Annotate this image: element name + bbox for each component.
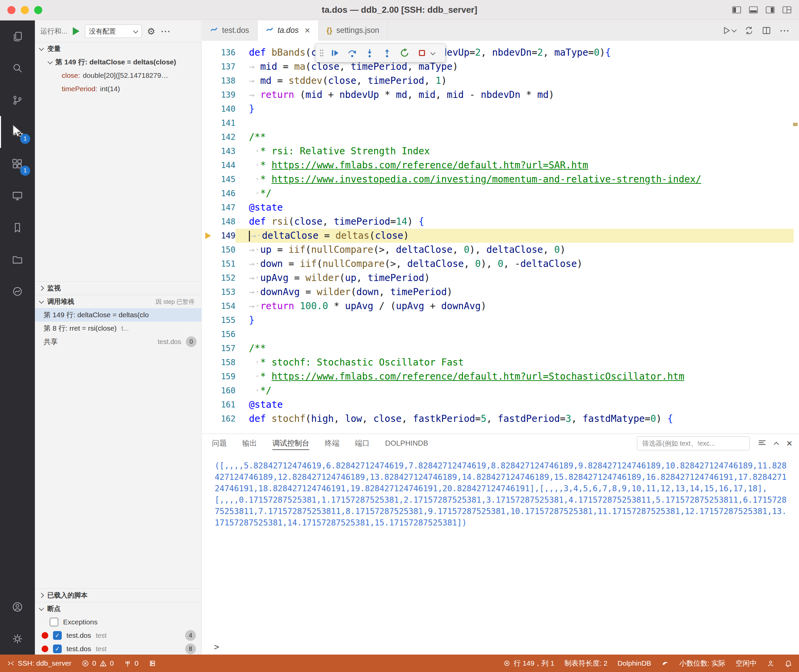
customize-layout-icon[interactable]: [782, 6, 792, 14]
activity-folders-icon[interactable]: [0, 243, 35, 275]
line-number[interactable]: 138: [216, 74, 235, 88]
activity-explorer-icon[interactable]: [0, 21, 35, 52]
code-line[interactable]: 149→·deltaClose = deltas(close): [202, 229, 799, 243]
toggle-primary-sidebar-icon[interactable]: [732, 6, 741, 14]
code-line[interactable]: 159 ·* https://www.fmlabs.com/reference/…: [202, 370, 799, 384]
tab-size-indicator[interactable]: 制表符长度: 2: [565, 659, 607, 668]
code-line[interactable]: 162def stochf(high, low, close, fastkPer…: [202, 412, 799, 426]
step-out-button[interactable]: [379, 46, 395, 60]
glyph-margin[interactable]: [202, 370, 216, 384]
line-number[interactable]: 136: [216, 46, 235, 60]
line-number[interactable]: 137: [216, 60, 235, 74]
line-number[interactable]: 149: [216, 229, 235, 243]
glyph-margin[interactable]: [202, 384, 216, 398]
code-line[interactable]: 143 ·* rsi: Relative Strength Index: [202, 144, 799, 158]
configure-gear-icon[interactable]: ⚙: [147, 26, 155, 37]
line-number[interactable]: 158: [216, 355, 235, 370]
line-number[interactable]: 143: [216, 144, 235, 158]
glyph-margin[interactable]: [202, 60, 216, 74]
glyph-margin[interactable]: [202, 285, 216, 299]
line-number[interactable]: 155: [216, 313, 235, 327]
tab-test.dos[interactable]: test.dos: [202, 21, 258, 40]
glyph-margin[interactable]: [202, 412, 216, 426]
code-line[interactable]: 161@state: [202, 398, 799, 412]
run-file-button[interactable]: [722, 26, 736, 35]
line-number[interactable]: 141: [216, 116, 235, 130]
tab-ta.dos[interactable]: ta.dos×: [258, 21, 319, 41]
code-line[interactable]: 139→ return (mid + nbdevUp * md, mid, mi…: [202, 88, 799, 102]
decimal-places-indicator[interactable]: 小数位数: 实际: [679, 659, 725, 668]
glyph-margin[interactable]: [202, 355, 216, 370]
glyph-margin[interactable]: [202, 46, 216, 60]
line-number[interactable]: 147: [216, 200, 235, 214]
activity-bookmarks-icon[interactable]: [0, 211, 35, 243]
restart-button[interactable]: [396, 46, 413, 60]
stop-button[interactable]: [413, 46, 430, 60]
line-number[interactable]: 146: [216, 186, 235, 200]
settings-gear-icon[interactable]: [0, 623, 35, 654]
more-actions-icon[interactable]: ⋯: [161, 28, 171, 35]
variable-row[interactable]: timePeriod:int(14): [35, 82, 201, 96]
panel-tab-6[interactable]: DOLPHINDB: [385, 434, 428, 453]
account-status-icon[interactable]: [767, 659, 775, 667]
split-editor-icon[interactable]: [762, 26, 771, 35]
dolphindb-logo-icon[interactable]: [661, 659, 669, 667]
code-line[interactable]: 153→·downAvg = wilder(down, timePeriod): [202, 285, 799, 299]
line-number[interactable]: 162: [216, 412, 235, 426]
code-line[interactable]: 152→·upAvg = wilder(up, timePeriod): [202, 271, 799, 285]
close-window-button[interactable]: [7, 6, 15, 14]
language-mode-indicator[interactable]: DolphinDB: [618, 659, 651, 667]
panel-tab-5[interactable]: 端口: [355, 434, 370, 453]
close-panel-icon[interactable]: ×: [786, 440, 792, 446]
code-line[interactable]: 141: [202, 116, 799, 130]
glyph-margin[interactable]: [202, 214, 216, 229]
code-line[interactable]: 154→·return 100.0 * upAvg / (upAvg + dow…: [202, 299, 799, 313]
continue-button[interactable]: [327, 46, 343, 60]
panel-tab-3[interactable]: 调试控制台: [272, 434, 309, 453]
breakpoint-checkbox[interactable]: ✓: [53, 631, 62, 640]
line-number[interactable]: 145: [216, 172, 235, 186]
glyph-margin[interactable]: [202, 257, 216, 271]
code-line[interactable]: 148def rsi(close, timePeriod=14) {: [202, 214, 799, 229]
exceptions-breakpoint-row[interactable]: Exceptions: [35, 615, 201, 629]
panel-tab-1[interactable]: 问题: [212, 434, 227, 453]
panel-tab-4[interactable]: 终端: [325, 434, 339, 453]
code-line[interactable]: 156: [202, 327, 799, 341]
line-number[interactable]: 150: [216, 243, 235, 257]
remote-indicator[interactable]: SSH: ddb_server: [7, 659, 72, 667]
glyph-margin[interactable]: [202, 341, 216, 355]
glyph-margin[interactable]: [202, 299, 216, 313]
section-loaded-scripts[interactable]: 已载入的脚本: [35, 589, 201, 602]
account-icon[interactable]: [0, 591, 35, 623]
section-watch[interactable]: 监视: [35, 282, 201, 295]
variable-row[interactable]: close:double[20]([52.14718279…: [35, 69, 201, 82]
code-line[interactable]: 151→·down = iif(nullCompare(>, deltaClos…: [202, 257, 799, 271]
panel-tab-2[interactable]: 输出: [242, 434, 257, 453]
toggle-panel-icon[interactable]: [749, 6, 758, 14]
step-into-button[interactable]: [361, 46, 378, 60]
code-editor[interactable]: 136def bBands(close, timePeriod=5, nbdev…: [202, 41, 799, 434]
start-debug-icon[interactable]: [73, 27, 80, 35]
line-number[interactable]: 157: [216, 341, 235, 355]
line-number[interactable]: 154: [216, 299, 235, 313]
glyph-margin[interactable]: [202, 243, 216, 257]
activity-search-icon[interactable]: [0, 52, 35, 84]
section-breakpoints[interactable]: 断点: [35, 602, 201, 615]
code-line[interactable]: 160 ·*/: [202, 384, 799, 398]
stop-dropdown-icon[interactable]: [430, 50, 436, 55]
glyph-margin[interactable]: [202, 88, 216, 102]
glyph-margin[interactable]: [202, 186, 216, 200]
line-number[interactable]: 144: [216, 158, 235, 172]
line-number[interactable]: 139: [216, 88, 235, 102]
breakpoint-row[interactable]: ✓test.dostest8: [35, 642, 201, 654]
notifications-bell-icon[interactable]: [785, 659, 792, 667]
glyph-margin[interactable]: [202, 271, 216, 285]
section-variables[interactable]: 变量: [35, 42, 201, 55]
code-line[interactable]: 150→·up = iif(nullCompare(>, deltaClose,…: [202, 243, 799, 257]
drag-handle-icon[interactable]: [319, 48, 324, 58]
glyph-margin[interactable]: [202, 144, 216, 158]
tab-settings.json[interactable]: {}settings.json: [319, 21, 388, 40]
stack-frame[interactable]: 共享test.dos0: [35, 335, 201, 349]
stack-frame[interactable]: 第 149 行: deltaClose = deltas(clo: [35, 308, 201, 322]
activity-run-debug-icon[interactable]: 1: [0, 116, 35, 148]
